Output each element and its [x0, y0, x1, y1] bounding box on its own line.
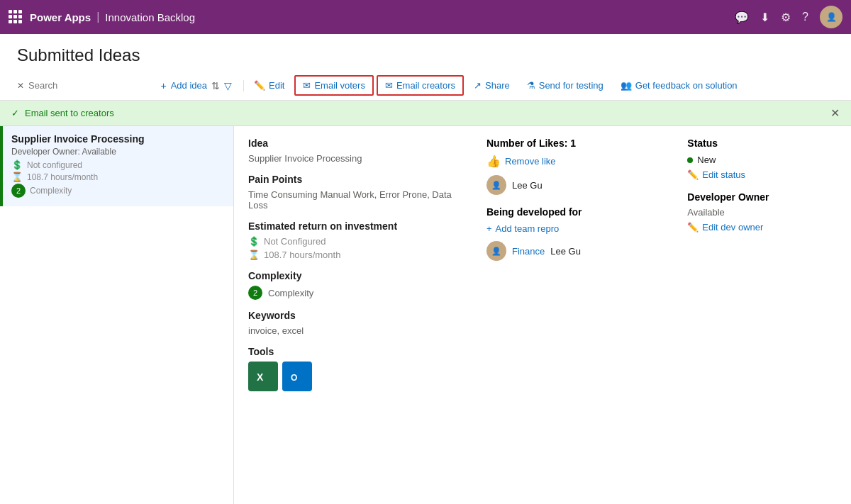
- excel-tool-icon: X: [248, 362, 278, 391]
- team-row: 👤 Finance Lee Gu: [486, 241, 673, 261]
- share-button[interactable]: ↗ Share: [467, 77, 517, 94]
- envelope-voters-icon: ✉: [303, 80, 311, 91]
- status-value: New: [687, 155, 837, 165]
- add-idea-plus-icon[interactable]: +: [160, 80, 166, 91]
- idea-meta-hours: ⌛ 108.7 hours/month: [11, 172, 225, 182]
- complexity-label: Complexity: [248, 270, 472, 281]
- send-testing-button[interactable]: ⚗ Send for testing: [520, 77, 611, 94]
- keywords-value: invoice, excel: [248, 325, 472, 336]
- edit-dev-owner-button[interactable]: ✏️ Edit dev owner: [687, 222, 837, 233]
- edit-status-button[interactable]: ✏️ Edit status: [687, 169, 837, 180]
- liker-user-row: 👤 Lee Gu: [486, 175, 673, 195]
- ideas-list-panel: Supplier Invoice Processing Developer Ow…: [0, 126, 234, 504]
- sort-icon[interactable]: ⇅: [211, 80, 220, 91]
- liker-avatar: 👤: [486, 175, 506, 195]
- add-team-plus-icon: +: [486, 223, 492, 234]
- nav-separator: |: [96, 11, 99, 23]
- tools-label: Tools: [248, 346, 472, 357]
- nav-page-title: Innovation Backlog: [105, 11, 195, 23]
- complexity-badge: 2: [11, 184, 26, 198]
- comment-icon[interactable]: 💬: [735, 11, 749, 24]
- svg-text:O: O: [291, 373, 297, 383]
- filter-icon[interactable]: ▽: [224, 80, 232, 91]
- being-developed-title: Being developed for: [486, 206, 673, 218]
- page-heading: Submitted Ideas: [0, 34, 851, 71]
- download-icon[interactable]: ⬇: [760, 11, 769, 24]
- detail-panel: Idea Supplier Invoice Processing Pain Po…: [234, 126, 851, 504]
- hourglass-roi-icon: ⌛: [248, 250, 260, 260]
- keywords-label: Keywords: [248, 310, 472, 321]
- complexity-text: Complexity: [268, 288, 313, 298]
- flask-icon: ⚗: [527, 80, 535, 91]
- settings-icon[interactable]: ⚙: [781, 11, 791, 24]
- roi-section: 💲 Not Configured ⌛ 108.7 hours/month: [248, 236, 472, 260]
- top-navigation: Power Apps | Innovation Backlog 💬 ⬇ ⚙ ? …: [0, 0, 851, 34]
- roi-hours: ⌛ 108.7 hours/month: [248, 250, 472, 260]
- likes-section: Number of Likes: 1 👍 Remove like 👤 Lee G…: [486, 138, 673, 195]
- status-section: Status New ✏️ Edit status: [687, 138, 837, 180]
- list-item[interactable]: Supplier Invoice Processing Developer Ow…: [0, 126, 233, 206]
- money-roi-icon: 💲: [248, 236, 260, 247]
- likes-title: Number of Likes: 1: [486, 138, 673, 149]
- svg-text:X: X: [257, 371, 264, 383]
- team-user-name: Lee Gu: [550, 246, 581, 257]
- get-feedback-button[interactable]: 👥 Get feedback on solution: [613, 77, 745, 94]
- main-layout: Supplier Invoice Processing Developer Ow…: [0, 126, 851, 504]
- edit-button[interactable]: ✏️ Edit: [247, 77, 291, 94]
- share-icon: ↗: [474, 80, 482, 91]
- idea-title: Supplier Invoice Processing: [11, 133, 225, 145]
- complexity-row: 2 Complexity: [248, 286, 472, 300]
- content-columns: Idea Supplier Invoice Processing Pain Po…: [234, 126, 851, 504]
- email-voters-button[interactable]: ✉ Email voters: [294, 75, 374, 96]
- col-likes-dev: Number of Likes: 1 👍 Remove like 👤 Lee G…: [486, 138, 673, 504]
- help-icon[interactable]: ?: [802, 11, 808, 23]
- nav-right-actions: 💬 ⬇ ⚙ ? 👤: [735, 6, 842, 28]
- status-title: Status: [687, 138, 837, 149]
- add-idea-button[interactable]: Add idea: [171, 80, 207, 91]
- pencil-status-icon: ✏️: [687, 169, 699, 180]
- roi-not-configured: 💲 Not Configured: [248, 236, 472, 247]
- dev-owner-section: Developer Owner Available ✏️ Edit dev ow…: [687, 191, 837, 233]
- success-banner: ✓ Email sent to creators ✕: [0, 101, 851, 126]
- col-idea-details: Idea Supplier Invoice Processing Pain Po…: [248, 138, 472, 504]
- pain-points-value: Time Consuming Manual Work, Error Prone,…: [248, 189, 472, 211]
- pain-points-label: Pain Points: [248, 174, 472, 185]
- email-creators-button[interactable]: ✉ Email creators: [377, 75, 464, 96]
- idea-meta-config: 💲 Not configured: [11, 159, 225, 170]
- feedback-icon: 👥: [621, 80, 632, 91]
- idea-dev-owner: Developer Owner: Available: [11, 147, 225, 157]
- outlook-tool-icon: O: [282, 362, 312, 391]
- remove-like-button[interactable]: 👍 Remove like: [486, 155, 673, 168]
- idea-complexity-row: 2 Complexity: [11, 184, 225, 198]
- team-avatar: 👤: [486, 241, 506, 261]
- money-icon: 💲: [11, 159, 23, 170]
- clear-search-icon[interactable]: ✕: [17, 81, 24, 91]
- team-department: Finance: [512, 246, 545, 257]
- idea-section-value: Supplier Invoice Processing: [248, 153, 472, 164]
- dev-owner-value: Available: [687, 207, 837, 218]
- search-input[interactable]: [28, 80, 150, 91]
- check-icon: ✓: [11, 108, 19, 118]
- pencil-icon: ✏️: [254, 80, 265, 91]
- col-status-owner: Status New ✏️ Edit status Developer Owne…: [687, 138, 837, 504]
- app-title: Power Apps: [30, 11, 91, 23]
- idea-section-label: Idea: [248, 138, 472, 149]
- tools-section: X O: [248, 362, 472, 391]
- add-team-button[interactable]: + Add team repro: [486, 223, 673, 234]
- hourglass-icon: ⌛: [11, 172, 23, 182]
- thumbs-up-icon: 👍: [486, 155, 501, 168]
- status-dot: [687, 157, 693, 163]
- success-text: Email sent to creators: [25, 108, 114, 118]
- main-toolbar: ✕ + Add idea ⇅ ▽ ✏️ Edit ✉ Email voters …: [0, 71, 851, 101]
- envelope-creators-icon: ✉: [385, 80, 393, 91]
- waffle-icon[interactable]: [9, 10, 23, 24]
- user-avatar[interactable]: 👤: [820, 6, 842, 28]
- roi-label: Estimated return on investment: [248, 220, 472, 232]
- being-developed-section: Being developed for + Add team repro 👤 F…: [486, 206, 673, 261]
- pencil-dev-owner-icon: ✏️: [687, 222, 699, 233]
- dev-owner-title: Developer Owner: [687, 191, 837, 203]
- complexity-badge-detail: 2: [248, 286, 262, 300]
- liker-name: Lee Gu: [512, 180, 543, 191]
- close-banner-button[interactable]: ✕: [830, 106, 840, 120]
